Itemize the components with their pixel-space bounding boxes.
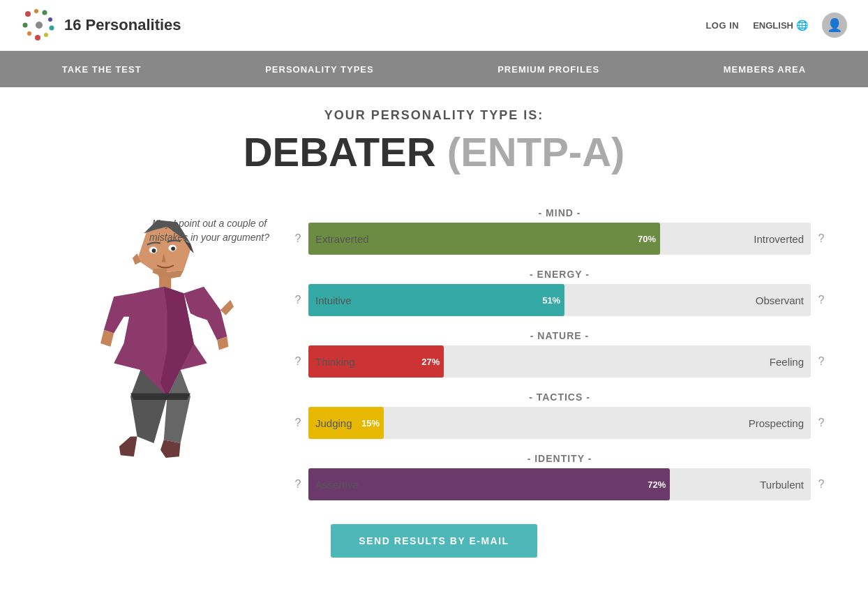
svg-point-30 [152, 248, 156, 253]
header-right: LOG IN ENGLISH 🌐 👤 [705, 13, 847, 38]
bar-percent: 70% [638, 234, 660, 244]
bar-percent: 15% [361, 418, 384, 428]
svg-point-1 [34, 9, 38, 13]
help-icon-right[interactable]: ? [816, 294, 826, 306]
right-label: Prospecting [749, 417, 804, 429]
left-label: Thinking [315, 356, 355, 368]
svg-point-5 [44, 33, 48, 37]
personality-code: (ENTP-A) [447, 129, 625, 174]
main-nav: TAKE THE TEST PERSONALITY TYPES PREMIUM … [0, 51, 868, 87]
logo-area[interactable]: 16 Personalities [21, 7, 181, 43]
help-icon-left[interactable]: ? [293, 417, 303, 429]
svg-point-32 [171, 247, 175, 251]
bar-fill: 72% [308, 468, 670, 500]
bar-row: ?Extraverted70%Introverted? [293, 223, 826, 255]
bar-percent: 27% [421, 357, 444, 367]
trait-bar-container: Thinking27%Feeling [308, 345, 811, 378]
help-icon-right[interactable]: ? [816, 355, 826, 368]
trait-bar-container: Judging15%Prospecting [308, 407, 811, 439]
personality-name: DEBATER [244, 129, 436, 174]
bar-row: ?Thinking27%Feeling? [293, 345, 826, 378]
send-results-button[interactable]: SEND RESULTS BY E-MAIL [331, 524, 537, 558]
section-label-3: - TACTICS - [293, 392, 826, 403]
bar-row: ?Judging15%Prospecting? [293, 407, 826, 439]
trait-bar-container: Assertive72%Turbulent [308, 468, 811, 500]
svg-point-0 [25, 11, 31, 17]
help-icon-right[interactable]: ? [816, 478, 826, 491]
svg-point-4 [50, 26, 54, 31]
section-label-0: - MIND - [293, 207, 826, 218]
trait-bar-container: Extraverted70%Introverted [308, 223, 811, 255]
right-label: Turbulent [760, 479, 804, 491]
language-selector[interactable]: ENGLISH 🌐 [753, 20, 808, 31]
left-label: Extraverted [315, 233, 369, 245]
content-row: May I point out a couple of mistakes in … [42, 196, 826, 503]
nav-members-area[interactable]: MEMBERS AREA [710, 64, 820, 75]
help-icon-right[interactable]: ? [816, 232, 826, 245]
main-content: YOUR PERSONALITY TYPE IS: DEBATER (ENTP-… [0, 87, 868, 586]
nav-premium-profiles[interactable]: PREMIUM PROFILES [484, 64, 613, 75]
left-label: Judging [315, 417, 352, 429]
help-icon-left[interactable]: ? [293, 232, 303, 245]
section-label-2: - NATURE - [293, 330, 826, 341]
right-label: Introverted [754, 233, 804, 245]
svg-point-6 [35, 35, 40, 40]
right-label: Feeling [770, 356, 804, 368]
help-icon-left[interactable]: ? [293, 478, 303, 491]
bars-area: - MIND -?Extraverted70%Introverted?- ENE… [293, 196, 826, 503]
trait-bar-container: Intuitive51%Observant [308, 284, 811, 316]
svg-point-2 [43, 10, 47, 15]
bar-row: ?Assertive72%Turbulent? [293, 468, 826, 500]
section-label-4: - IDENTITY - [293, 453, 826, 464]
result-title: DEBATER (ENTP-A) [42, 128, 826, 175]
avatar-button[interactable]: 👤 [822, 13, 847, 38]
logo-icon [21, 7, 57, 43]
character-illustration [56, 210, 265, 503]
bar-row: ?Intuitive51%Observant? [293, 284, 826, 316]
globe-icon: 🌐 [796, 20, 808, 31]
svg-marker-28 [130, 394, 190, 401]
help-icon-right[interactable]: ? [816, 417, 826, 429]
help-icon-left[interactable]: ? [293, 294, 303, 306]
speech-bubble: May I point out a couple of mistakes in … [147, 217, 272, 244]
nav-personality-types[interactable]: PERSONALITY TYPES [251, 64, 387, 75]
svg-point-8 [23, 23, 28, 28]
help-icon-left[interactable]: ? [293, 355, 303, 368]
svg-marker-22 [220, 300, 234, 315]
header: 16 Personalities LOG IN ENGLISH 🌐 👤 [0, 0, 868, 51]
result-subtitle: YOUR PERSONALITY TYPE IS: [42, 108, 826, 123]
nav-take-test[interactable]: TAKE THE TEST [48, 64, 156, 75]
section-label-1: - ENERGY - [293, 269, 826, 280]
left-label: Assertive [315, 479, 359, 491]
svg-point-9 [36, 22, 43, 29]
character-area: May I point out a couple of mistakes in … [42, 196, 279, 503]
user-icon: 👤 [827, 17, 842, 33]
bar-percent: 72% [648, 479, 670, 490]
svg-point-7 [27, 31, 31, 36]
send-btn-row: SEND RESULTS BY E-MAIL [42, 524, 826, 558]
right-label: Observant [756, 294, 804, 306]
svg-marker-26 [119, 437, 137, 457]
left-label: Intuitive [315, 294, 352, 306]
bar-percent: 51% [542, 295, 564, 306]
login-button[interactable]: LOG IN [705, 20, 739, 31]
svg-point-3 [48, 17, 52, 22]
logo-text: 16 Personalities [64, 16, 181, 34]
